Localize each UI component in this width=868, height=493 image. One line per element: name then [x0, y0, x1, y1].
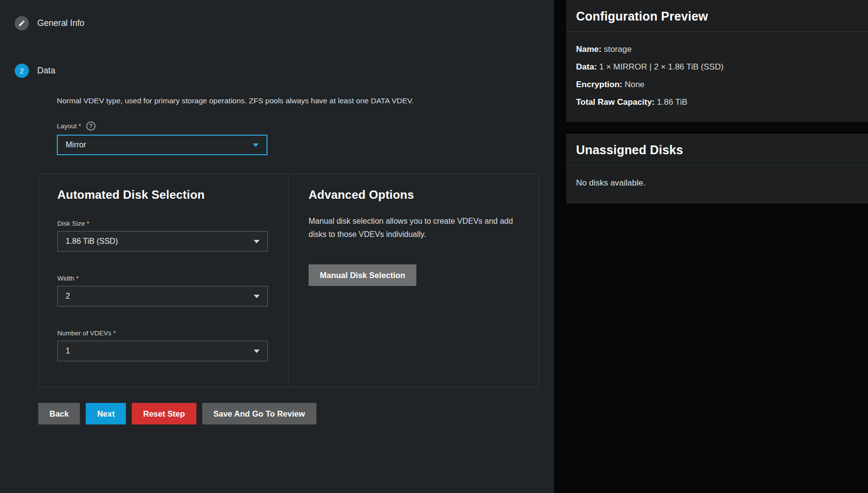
disk-size-select-value: 1.86 TiB (SSD) — [66, 237, 118, 246]
preview-name-value: storage — [604, 45, 632, 54]
next-button[interactable]: Next — [86, 403, 126, 424]
preview-capacity-value: 1.86 TiB — [657, 97, 687, 107]
automated-disk-selection-title: Automated Disk Selection — [57, 188, 269, 202]
advanced-options-description: Manual disk selection allows you to crea… — [309, 214, 519, 241]
help-icon[interactable]: ? — [86, 121, 96, 131]
preview-encryption-line: Encryption: None — [576, 76, 858, 94]
configuration-preview-body: Name: storage Data: 1 × MIRROR | 2 × 1.8… — [566, 32, 868, 122]
preview-capacity-label: Total Raw Capacity: — [576, 97, 654, 107]
vdev-description: Normal VDEV type, used for primary stora… — [57, 96, 554, 105]
preview-name-line: Name: storage — [576, 41, 858, 58]
number-of-vdevs-select[interactable]: 1 — [57, 341, 268, 361]
chevron-down-icon — [254, 350, 260, 353]
layout-select-value: Mirror — [66, 141, 86, 149]
width-select[interactable]: 2 — [57, 286, 268, 306]
no-disks-message: No disks available. — [576, 174, 858, 193]
number-of-vdevs-label: Number of VDEVs * — [57, 329, 269, 337]
step-general-info[interactable]: General Info — [0, 0, 554, 30]
advanced-options-title: Advanced Options — [309, 188, 519, 202]
back-button[interactable]: Back — [38, 403, 80, 424]
configuration-preview-title: Configuration Preview — [576, 9, 858, 23]
unassigned-disks-header: Unassigned Disks — [566, 134, 868, 165]
chevron-down-icon — [254, 240, 260, 243]
edit-pencil-icon[interactable] — [15, 16, 29, 30]
chevron-down-icon — [253, 143, 259, 147]
advanced-options-section: Advanced Options Manual disk selection a… — [289, 174, 538, 387]
save-and-go-to-review-button[interactable]: Save And Go To Review — [202, 403, 316, 424]
reset-step-button[interactable]: Reset Step — [132, 403, 196, 424]
layout-field-label-row: Layout * ? — [57, 121, 554, 131]
number-of-vdevs-field: Number of VDEVs * 1 — [57, 329, 269, 361]
layout-select[interactable]: Mirror — [57, 135, 267, 155]
preview-encryption-value: None — [625, 80, 645, 89]
wizard-action-bar: Back Next Reset Step Save And Go To Revi… — [38, 403, 554, 424]
unassigned-disks-card: Unassigned Disks No disks available. — [566, 134, 868, 204]
disk-size-field: Disk Size * 1.86 TiB (SSD) — [57, 220, 269, 252]
preview-name-label: Name: — [576, 45, 602, 54]
number-of-vdevs-select-value: 1 — [66, 347, 70, 355]
manual-disk-selection-button[interactable]: Manual Disk Selection — [309, 264, 416, 286]
preview-data-value: 1 × MIRROR | 2 × 1.86 TiB (SSD) — [599, 62, 723, 71]
summary-sidebar: Configuration Preview Name: storage Data… — [554, 0, 868, 493]
preview-data-line: Data: 1 × MIRROR | 2 × 1.86 TiB (SSD) — [576, 58, 858, 76]
disk-size-label: Disk Size * — [57, 220, 269, 227]
disk-selection-panel: Automated Disk Selection Disk Size * 1.8… — [38, 174, 539, 387]
step-data[interactable]: 2 Data — [0, 30, 554, 78]
width-label: Width * — [57, 275, 269, 282]
configuration-preview-card: Configuration Preview Name: storage Data… — [566, 0, 868, 122]
step-data-number-badge[interactable]: 2 — [15, 64, 29, 78]
preview-capacity-line: Total Raw Capacity: 1.86 TiB — [576, 94, 858, 111]
pool-creation-wizard: General Info 2 Data Normal VDEV type, us… — [0, 0, 868, 493]
layout-label: Layout * — [57, 122, 81, 130]
unassigned-disks-title: Unassigned Disks — [576, 143, 858, 157]
preview-data-label: Data: — [576, 62, 597, 71]
automated-disk-selection-section: Automated Disk Selection Disk Size * 1.8… — [39, 174, 289, 387]
edit-pencil-icon-glyph — [18, 20, 25, 27]
width-field: Width * 2 — [57, 275, 269, 306]
data-step-content: Normal VDEV type, used for primary stora… — [57, 96, 554, 155]
unassigned-disks-body: No disks available. — [566, 165, 868, 204]
step-general-info-label[interactable]: General Info — [37, 18, 84, 28]
wizard-main: General Info 2 Data Normal VDEV type, us… — [0, 0, 554, 493]
preview-encryption-label: Encryption: — [576, 80, 622, 89]
configuration-preview-header: Configuration Preview — [566, 0, 868, 32]
chevron-down-icon — [254, 295, 260, 298]
width-select-value: 2 — [66, 292, 70, 301]
disk-size-select[interactable]: 1.86 TiB (SSD) — [57, 231, 268, 252]
step-data-label[interactable]: Data — [37, 66, 55, 76]
